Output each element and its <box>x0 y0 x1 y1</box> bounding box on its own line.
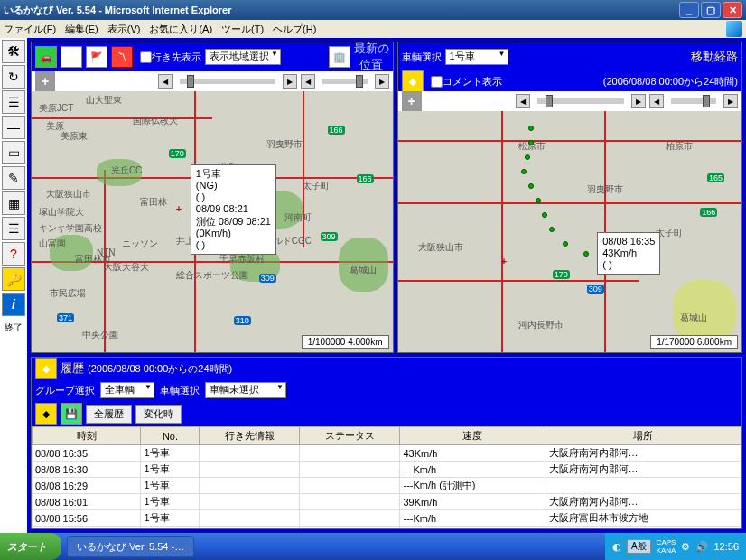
map-label: 富田林 <box>140 196 167 209</box>
left-slider1-dec[interactable]: ◀ <box>158 74 173 89</box>
system-tray: ◐ A般 CAPSKANA ⚙ 🔊 12:56 <box>605 533 746 560</box>
table-row[interactable]: 08/08 16:351号車43Km/h大阪府南河内郡河… <box>33 445 741 462</box>
right-date-range: (2006/08/08 00:00から24時間) <box>603 75 738 89</box>
right-slider1[interactable] <box>537 98 624 104</box>
tool-help[interactable]: ? <box>2 242 25 266</box>
map-label: 市民広場 <box>50 287 86 300</box>
tray-sound-icon[interactable]: 🔊 <box>695 541 708 553</box>
history-table-wrap[interactable]: 時刻 No. 行き先情報 ステータス 速度 場所 08/08 16:351号車4… <box>32 426 741 528</box>
col-time[interactable]: 時刻 <box>33 427 141 445</box>
left-tool-zigzag-icon[interactable]: 〽 <box>111 46 133 68</box>
group-select-label: グループ選択 <box>35 384 95 397</box>
tool-hammer[interactable]: 🛠 <box>2 40 25 63</box>
left-map-canvas[interactable]: 山大聖東 国際仏教大 美原JCT 美原 美原東 羽曳野市 光丘CC 美和 太子町… <box>32 91 393 352</box>
left-slider1-inc[interactable]: ▶ <box>283 74 297 89</box>
tray-clock[interactable]: 12:56 <box>713 541 739 552</box>
map-label: 中央公園 <box>82 329 118 341</box>
history-vehicle-dropdown[interactable]: 車輌未選択 <box>205 382 286 398</box>
ime-indicator[interactable]: A般 <box>627 539 651 554</box>
tool-info[interactable]: i <box>2 293 25 316</box>
region-select-dropdown[interactable]: 表示地域選択 <box>205 49 281 65</box>
map-label: 河内長野市 <box>518 319 564 331</box>
tool-grid[interactable]: ▦ <box>2 191 25 215</box>
history-save-icon[interactable]: 💾 <box>61 403 82 425</box>
tool-refresh[interactable]: ↻ <box>2 65 25 89</box>
window-close-button[interactable]: ✕ <box>723 2 742 18</box>
col-no[interactable]: No. <box>141 427 200 445</box>
left-building-icon[interactable]: 🏢 <box>329 46 350 68</box>
right-tool-shape-icon[interactable]: ◆ <box>402 70 424 92</box>
tool-key[interactable]: 🔑 <box>2 267 25 291</box>
group-select-dropdown[interactable]: 全車輌 <box>100 382 154 398</box>
tray-misc-icon[interactable]: ⚙ <box>681 541 690 553</box>
map-label: NTN <box>97 247 116 257</box>
tool-pencil[interactable]: ✎ <box>2 166 25 190</box>
col-speed[interactable]: 速度 <box>400 427 546 445</box>
map-label: 美原東 <box>61 130 88 143</box>
table-row[interactable]: 08/08 15:551号車---Km/h <box>33 527 741 529</box>
left-slider2[interactable] <box>322 79 368 84</box>
left-tool-flag-icon[interactable]: 🚩 <box>86 46 107 68</box>
history-change-button[interactable]: 変化時 <box>135 405 182 424</box>
menu-file[interactable]: ファイル(F) <box>4 23 56 36</box>
menu-help[interactable]: ヘルプ(H) <box>273 23 316 36</box>
menu-edit[interactable]: 編集(E) <box>65 23 98 36</box>
table-row[interactable]: 08/08 16:301号車---Km/h大阪府南河内郡河… <box>33 462 741 478</box>
comment-display-checkbox[interactable]: コメント表示 <box>431 75 502 89</box>
tool-rect[interactable]: ▭ <box>2 141 25 164</box>
tool-list[interactable]: ☲ <box>2 217 25 240</box>
show-destination-checkbox[interactable]: 行き先表示 <box>140 51 201 64</box>
map-label: 山大聖東 <box>86 94 122 107</box>
right-slider2-inc[interactable]: ▶ <box>723 94 738 108</box>
tray-caps-icon[interactable]: CAPSKANA <box>657 538 676 555</box>
map-label: 塚山学院大 <box>39 206 84 219</box>
right-pan-plus-button[interactable]: + <box>402 91 422 111</box>
table-row[interactable]: 08/08 16:011号車39Km/h大阪府南河内郡河… <box>33 494 741 510</box>
menu-favorites[interactable]: お気に入り(A) <box>149 23 212 36</box>
window-maximize-button[interactable]: ▢ <box>701 2 721 18</box>
history-button-row: ◆ 💾 全履歴 変化時 <box>32 401 741 426</box>
taskbar: スタート いるかなび Ver. 5.54 -… ◐ A般 CAPSKANA ⚙ … <box>0 533 746 560</box>
start-button[interactable]: スタート <box>0 533 61 560</box>
history-icon-button[interactable]: ◆ <box>35 358 57 379</box>
map-label: 羽曳野市 <box>266 138 303 151</box>
taskbar-app-button[interactable]: いるかなび Ver. 5.54 -… <box>67 536 194 557</box>
right-scale-indicator: 1/170000 6.800km <box>650 335 738 349</box>
tray-icon[interactable]: ◐ <box>612 541 621 553</box>
left-tool-car-icon[interactable]: 🚗 <box>35 46 57 68</box>
history-range: (2006/08/08 00:00からの24時間) <box>88 362 232 376</box>
col-status[interactable]: ステータス <box>300 427 400 445</box>
table-row[interactable]: 08/08 16:291号車---Km/h (計測中) <box>33 478 741 494</box>
table-row[interactable]: 08/08 15:561号車---Km/h大阪府富田林市彼方地 <box>33 510 741 527</box>
col-dest[interactable]: 行き先情報 <box>200 427 300 445</box>
history-shape-icon[interactable]: ◆ <box>35 403 57 425</box>
left-map-panel: 🚗 〰 🚩 〽 行き先表示 表示地域選択 🏢 最新の 位置 + <box>31 42 394 353</box>
content-area: 🛠 ↻ ☰ — ▭ ✎ ▦ ☲ ? 🔑 i 終了 🚗 〰 🚩 〽 行き先表示 <box>0 38 746 533</box>
col-place[interactable]: 場所 <box>546 427 741 445</box>
menu-bar: ファイル(F) 編集(E) 表示(V) お気に入り(A) ツール(T) ヘルプ(… <box>0 20 746 38</box>
window-titlebar: いるかなび Ver. 5.54 - Microsoft Internet Exp… <box>0 0 746 20</box>
left-scale-indicator: 1/100000 4.000km <box>302 335 389 349</box>
right-map-canvas[interactable]: 松原市 柏原市 羽曳野市 太子町 大阪狭山市 河内長野市 葛城山 165 166… <box>398 111 741 352</box>
menu-view[interactable]: 表示(V) <box>107 23 141 36</box>
left-pan-plus-button[interactable]: + <box>35 71 55 91</box>
ie-logo-icon <box>726 21 742 37</box>
tool-layers[interactable]: ☰ <box>2 90 25 114</box>
tool-line[interactable]: — <box>2 116 25 139</box>
history-table: 時刻 No. 行き先情報 ステータス 速度 場所 08/08 16:351号車4… <box>32 426 741 528</box>
sidebar-end-label[interactable]: 終了 <box>5 322 23 334</box>
history-all-button[interactable]: 全履歴 <box>86 405 132 424</box>
menu-tools[interactable]: ツール(T) <box>221 23 264 36</box>
map-label: 羽曳野市 <box>587 183 623 196</box>
left-tool-route-icon[interactable]: 〰 <box>61 46 82 68</box>
right-slider2[interactable] <box>671 98 716 104</box>
left-slider1[interactable] <box>180 79 275 84</box>
right-slider1-inc[interactable]: ▶ <box>631 94 646 108</box>
left-panel-header: 🚗 〰 🚩 〽 行き先表示 表示地域選択 🏢 最新の 位置 <box>32 42 393 71</box>
vehicle-select-dropdown[interactable]: 1号車 <box>445 49 508 65</box>
left-slider2-inc[interactable]: ▶ <box>375 74 389 89</box>
left-slider2-dec[interactable]: ◀ <box>301 74 315 89</box>
right-slider1-dec[interactable]: ◀ <box>516 94 530 108</box>
window-minimize-button[interactable]: _ <box>679 2 699 18</box>
right-slider2-dec[interactable]: ◀ <box>649 94 664 108</box>
